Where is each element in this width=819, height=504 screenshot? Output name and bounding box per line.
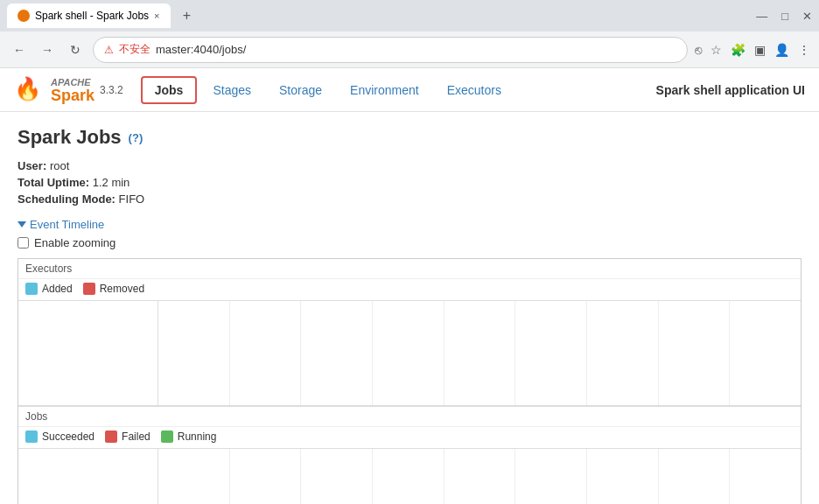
uptime-row: Total Uptime: 1.2 min bbox=[18, 176, 802, 189]
scheduling-row: Scheduling Mode: FIFO bbox=[18, 192, 802, 206]
executors-label-col bbox=[18, 301, 158, 405]
jobs-grid-col-1 bbox=[158, 449, 230, 504]
jobs-grid bbox=[18, 448, 801, 504]
app-title-text: Spark shell application UI bbox=[656, 83, 805, 97]
extensions-icon[interactable]: 🧩 bbox=[731, 43, 746, 57]
nav-executors[interactable]: Executors bbox=[435, 78, 514, 102]
profile-icon[interactable]: 👤 bbox=[774, 43, 789, 57]
executors-legend: Added Removed bbox=[18, 279, 801, 300]
grid-col-5 bbox=[444, 301, 516, 405]
grid-lines bbox=[158, 301, 801, 405]
failed-legend-box bbox=[105, 430, 117, 443]
spark-header: 🔥 APACHE Spark 3.3.2 Jobs Stages Storage… bbox=[0, 68, 819, 112]
scheduling-label: Scheduling Mode: bbox=[18, 192, 116, 206]
executors-section: Executors Added Removed bbox=[18, 259, 801, 406]
enable-zooming-checkbox[interactable] bbox=[18, 237, 29, 248]
spark-flame-icon: 🔥 bbox=[14, 74, 46, 106]
scheduling-value: FIFO bbox=[119, 192, 145, 206]
close-button[interactable]: ✕ bbox=[802, 10, 812, 23]
executors-grid-area bbox=[158, 301, 801, 405]
browser-titlebar: Spark shell - Spark Jobs × + ― □ ✕ bbox=[0, 0, 819, 32]
jobs-grid-col-9 bbox=[730, 449, 801, 504]
user-row: User: root bbox=[18, 159, 802, 172]
tab-favicon bbox=[18, 10, 30, 22]
split-icon[interactable]: ▣ bbox=[754, 43, 766, 57]
event-timeline-section: Event Timeline Enable zooming bbox=[18, 218, 802, 249]
share-icon[interactable]: ⎋ bbox=[695, 43, 702, 57]
uptime-value: 1.2 min bbox=[93, 176, 130, 189]
event-timeline-label: Event Timeline bbox=[30, 218, 104, 231]
jobs-grid-lines bbox=[158, 449, 801, 504]
grid-col-6 bbox=[515, 301, 587, 405]
enable-zooming-label: Enable zooming bbox=[34, 236, 116, 249]
grid-col-8 bbox=[659, 301, 731, 405]
page-title: Spark Jobs (?) bbox=[18, 126, 802, 149]
succeeded-legend-box bbox=[25, 430, 38, 443]
grid-col-9 bbox=[730, 301, 801, 405]
event-timeline-toggle[interactable]: Event Timeline bbox=[18, 218, 802, 231]
address-text: master:4040/jobs/ bbox=[156, 43, 246, 56]
running-legend-item: Running bbox=[161, 430, 217, 443]
browser-addressbar: ← → ↻ ⚠ 不安全 master:4040/jobs/ ⎋ ☆ 🧩 ▣ 👤 … bbox=[0, 32, 819, 68]
jobs-grid-col-2 bbox=[230, 449, 302, 504]
window-controls: ― □ ✕ bbox=[756, 10, 812, 23]
nav-storage[interactable]: Storage bbox=[267, 78, 334, 102]
executors-grid bbox=[18, 300, 801, 405]
running-legend-box bbox=[161, 430, 173, 443]
jobs-grid-col-8 bbox=[659, 449, 731, 504]
more-icon[interactable]: ⋮ bbox=[798, 43, 810, 57]
bookmark-icon[interactable]: ☆ bbox=[710, 43, 722, 57]
enable-zoom-row: Enable zooming bbox=[18, 236, 802, 249]
insecure-icon: ⚠ bbox=[104, 44, 114, 56]
jobs-grid-col-4 bbox=[373, 449, 444, 504]
grid-col-3 bbox=[301, 301, 373, 405]
removed-legend-item: Removed bbox=[83, 283, 144, 295]
help-icon[interactable]: (?) bbox=[129, 131, 144, 144]
jobs-label: Jobs bbox=[18, 407, 801, 427]
spark-nav: Jobs Stages Storage Environment Executor… bbox=[141, 76, 656, 104]
running-label: Running bbox=[178, 430, 217, 443]
failed-legend-item: Failed bbox=[105, 430, 150, 443]
page-title-text: Spark Jobs bbox=[18, 126, 122, 149]
succeeded-legend-item: Succeeded bbox=[25, 430, 94, 443]
removed-label: Removed bbox=[100, 283, 144, 295]
svg-text:🔥: 🔥 bbox=[14, 75, 42, 102]
browser-tab[interactable]: Spark shell - Spark Jobs × bbox=[7, 4, 171, 28]
maximize-button[interactable]: □ bbox=[781, 10, 788, 23]
tab-title: Spark shell - Spark Jobs bbox=[35, 10, 149, 22]
jobs-grid-col-6 bbox=[515, 449, 587, 504]
grid-col-4 bbox=[373, 301, 444, 405]
refresh-button[interactable]: ↻ bbox=[65, 39, 86, 60]
jobs-grid-col-7 bbox=[587, 449, 659, 504]
back-button[interactable]: ← bbox=[9, 39, 30, 60]
user-label: User: bbox=[18, 159, 46, 172]
failed-label: Failed bbox=[122, 430, 150, 443]
added-legend-item: Added bbox=[25, 283, 73, 295]
jobs-legend: Succeeded Failed Running bbox=[18, 427, 801, 448]
address-actions: ⎋ ☆ 🧩 ▣ 👤 ⋮ bbox=[695, 43, 810, 57]
user-value: root bbox=[50, 159, 69, 172]
grid-col-2 bbox=[230, 301, 302, 405]
removed-legend-box bbox=[83, 283, 95, 295]
triangle-down-icon bbox=[18, 221, 26, 228]
spark-version: 3.3.2 bbox=[100, 84, 123, 96]
nav-jobs[interactable]: Jobs bbox=[141, 76, 198, 104]
address-bar[interactable]: ⚠ 不安全 master:4040/jobs/ bbox=[93, 37, 688, 63]
grid-col-7 bbox=[587, 301, 659, 405]
added-label: Added bbox=[42, 283, 73, 295]
jobs-section: Jobs Succeeded Failed Running bbox=[18, 406, 801, 504]
timeline-chart: Executors Added Removed bbox=[18, 258, 802, 504]
new-tab-button[interactable]: + bbox=[176, 4, 199, 27]
jobs-grid-area bbox=[158, 449, 801, 504]
succeeded-label: Succeeded bbox=[42, 430, 94, 443]
insecure-label: 不安全 bbox=[119, 42, 150, 57]
nav-stages[interactable]: Stages bbox=[200, 78, 263, 102]
forward-button[interactable]: → bbox=[37, 39, 58, 60]
executors-label: Executors bbox=[18, 259, 801, 279]
jobs-grid-col-5 bbox=[444, 449, 516, 504]
minimize-button[interactable]: ― bbox=[756, 10, 767, 23]
tab-close-button[interactable]: × bbox=[154, 10, 159, 21]
nav-environment[interactable]: Environment bbox=[338, 78, 431, 102]
spark-logo: 🔥 APACHE Spark 3.3.2 bbox=[14, 74, 123, 106]
jobs-label-col bbox=[18, 449, 158, 504]
